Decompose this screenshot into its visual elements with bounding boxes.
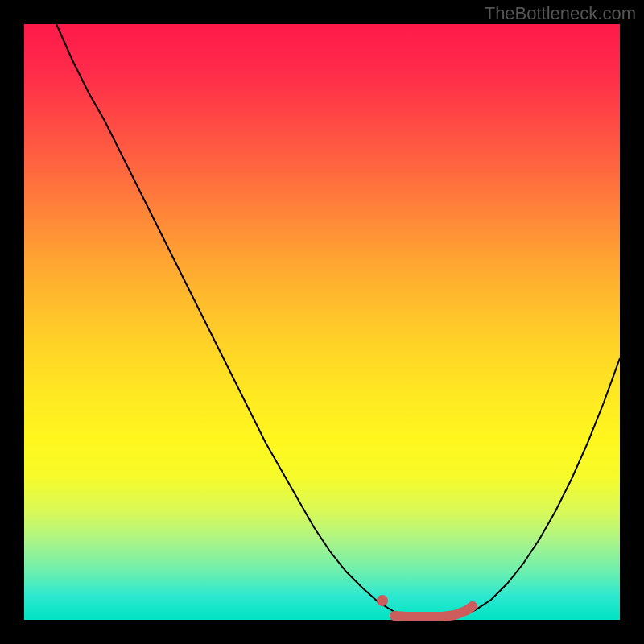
bottleneck-curve bbox=[56, 24, 620, 617]
highlight-dot bbox=[377, 595, 388, 606]
chart-svg bbox=[24, 24, 620, 620]
highlight-segment bbox=[394, 606, 473, 617]
chart-plot-area bbox=[24, 24, 620, 620]
watermark-text: TheBottleneck.com bbox=[485, 3, 636, 24]
